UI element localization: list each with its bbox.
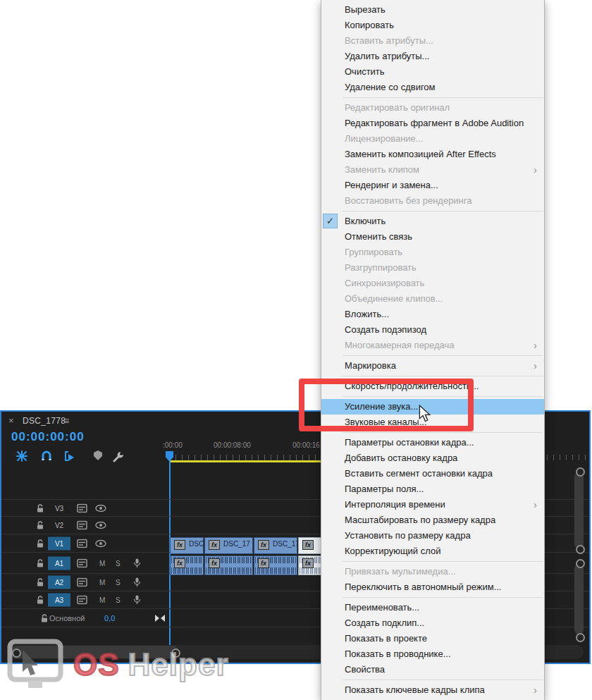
clip-label: DSC_17	[223, 540, 250, 548]
menu-item-render-and-replace[interactable]: Рендеринг и замена...	[321, 178, 544, 193]
menu-item-markers[interactable]: Маркировка›	[321, 358, 544, 374]
scroll-knob[interactable]	[576, 559, 585, 568]
audio-clip[interactable]: fx	[254, 555, 297, 575]
ruler-time-label: 00:00:08:00	[214, 441, 251, 449]
mute-button[interactable]: M	[99, 559, 105, 567]
snap-magnet-icon[interactable]	[40, 450, 53, 462]
menu-separator	[343, 97, 543, 98]
menu-item-set-to-frame-size[interactable]: Установить по размеру кадра	[321, 528, 544, 544]
master-gain-value[interactable]: 0,0	[104, 614, 115, 622]
menu-item-clear[interactable]: Очистить	[321, 64, 544, 80]
track-target-badge[interactable]: V1	[48, 536, 70, 550]
fx-badge: fx	[302, 540, 314, 550]
sync-lock-icon[interactable]	[77, 578, 87, 587]
audio-tracks-scrollbar[interactable]	[574, 564, 584, 634]
track-target-badge[interactable]: V2	[48, 519, 70, 532]
lock-icon[interactable]	[36, 539, 44, 548]
menu-item-rename[interactable]: Переименовать...	[321, 600, 544, 615]
sync-lock-icon[interactable]	[77, 503, 87, 512]
track-output-eye-icon[interactable]	[95, 539, 106, 547]
track-output-eye-icon[interactable]	[95, 504, 106, 512]
menu-item-remove-attributes[interactable]: Удалить атрибуты...	[321, 49, 544, 64]
menu-separator	[343, 561, 543, 562]
menu-item-adjustment-layer[interactable]: Корректирующий слой	[321, 544, 544, 559]
menu-item-reveal-in-explorer[interactable]: Показать в проводнике...	[321, 646, 544, 662]
settings-wrench-icon[interactable]	[111, 450, 124, 462]
audio-clip[interactable]: fx	[170, 555, 204, 575]
fit-icon[interactable]	[155, 615, 165, 622]
menu-item-cut[interactable]: Вырезать	[321, 2, 544, 18]
menu-item-show-clip-keyframes[interactable]: Показать ключевые кадры клипа›	[321, 682, 544, 698]
menu-item-edit-in-adobe-audition[interactable]: Редактировать фрагмент в Adobe Audition	[321, 116, 544, 131]
menu-item-make-offline[interactable]: Переключить в автономный режим...	[321, 579, 544, 595]
fx-badge: fx	[209, 558, 220, 568]
linked-selection-icon[interactable]	[63, 450, 76, 462]
menu-item-time-interpolation[interactable]: Интерполяция времени›	[321, 497, 544, 512]
work-area-bar[interactable]	[169, 460, 322, 462]
sync-lock-icon[interactable]	[77, 558, 87, 567]
fx-badge: fx	[258, 558, 269, 568]
menu-item-unlink[interactable]: Отменить связь	[321, 229, 544, 245]
mute-button[interactable]: M	[99, 579, 105, 587]
menu-item-merge-clips: Объединение клипов...	[321, 291, 544, 307]
panel-menu-icon[interactable]: ≡	[63, 415, 69, 426]
track-target-badge[interactable]: A2	[48, 576, 70, 589]
lock-icon[interactable]	[36, 596, 44, 605]
menu-item-frame-hold-options[interactable]: Параметры остановки кадра...	[321, 435, 544, 450]
os-helper-watermark: OSHelper	[7, 639, 229, 691]
video-clip[interactable]: fxDSC_17	[204, 537, 253, 554]
scroll-knob[interactable]	[576, 545, 585, 554]
track-output-eye-icon[interactable]	[95, 522, 106, 529]
panel-close-icon[interactable]: ×	[8, 415, 14, 426]
track-target-badge[interactable]: A3	[48, 594, 70, 607]
voiceover-mic-icon[interactable]	[133, 595, 141, 605]
voiceover-mic-icon[interactable]	[133, 558, 141, 568]
solo-button[interactable]: S	[116, 596, 121, 604]
audio-clip[interactable]: fx	[204, 555, 253, 575]
waveform	[206, 567, 252, 574]
track-target-badge[interactable]: A1	[48, 556, 70, 570]
menu-item-group: Группировать	[321, 245, 544, 260]
lock-icon[interactable]	[36, 503, 44, 512]
video-clip[interactable]: fxDSC	[170, 537, 204, 554]
marker-icon[interactable]	[92, 450, 105, 462]
lock-icon[interactable]	[40, 613, 49, 622]
menu-item-replace-with-after-effects-composition[interactable]: Заменить композицией After Effects	[321, 147, 544, 162]
menu-item-enable[interactable]: Включить✓	[321, 214, 544, 229]
sync-lock-icon[interactable]	[77, 521, 87, 530]
voiceover-mic-icon[interactable]	[133, 577, 141, 587]
playhead-timecode[interactable]: 00:00:00:00	[11, 430, 85, 444]
waveform	[171, 567, 202, 574]
lock-icon[interactable]	[36, 558, 44, 567]
menu-item-add-frame-hold[interactable]: Добавить остановку кадра	[321, 450, 544, 466]
track-target-badge[interactable]: V3	[48, 501, 70, 515]
mute-button[interactable]: M	[99, 596, 105, 604]
menu-item-properties[interactable]: Свойства	[321, 662, 544, 677]
video-tracks-scrollbar[interactable]	[574, 472, 584, 548]
solo-button[interactable]: S	[116, 559, 121, 567]
sync-lock-icon[interactable]	[77, 539, 87, 548]
sync-lock-icon[interactable]	[77, 596, 87, 605]
solo-button[interactable]: S	[116, 579, 121, 587]
menu-item-make-subsequence[interactable]: Создать подэпизод	[321, 322, 544, 338]
clip-context-menu: ВырезатьКопироватьВставить атрибуты...Уд…	[321, 0, 545, 700]
scroll-knob[interactable]	[576, 633, 585, 642]
lock-icon[interactable]	[36, 521, 44, 530]
fx-badge: fx	[174, 540, 185, 550]
menu-item-copy[interactable]: Копировать	[321, 18, 544, 33]
menu-item-insert-frame-hold-segment[interactable]: Вставить сегмент остановки кадра	[321, 466, 544, 481]
scroll-knob[interactable]	[576, 467, 585, 477]
submenu-arrow-icon: ›	[534, 162, 537, 177]
menu-item-ripple-delete[interactable]: Удаление со сдвигом	[321, 80, 544, 95]
menu-item-reveal-in-project[interactable]: Показать в проекте	[321, 631, 544, 646]
menu-item-make-subclip[interactable]: Создать подклип...	[321, 615, 544, 631]
menu-item-ungroup: Разгруппировать	[321, 260, 544, 276]
video-clip[interactable]: fxDSC_17	[254, 537, 297, 554]
menu-item-scale-to-frame-size[interactable]: Масштабировать по размеру кадра	[321, 512, 544, 528]
fx-badge: fx	[258, 540, 269, 550]
menu-item-nest[interactable]: Вложить...	[321, 307, 544, 322]
sequence-tab-title[interactable]: DSC_1778	[23, 416, 66, 426]
nest-toggle-icon[interactable]	[16, 450, 28, 462]
lock-icon[interactable]	[36, 578, 44, 587]
menu-item-field-options[interactable]: Параметры поля...	[321, 481, 544, 497]
